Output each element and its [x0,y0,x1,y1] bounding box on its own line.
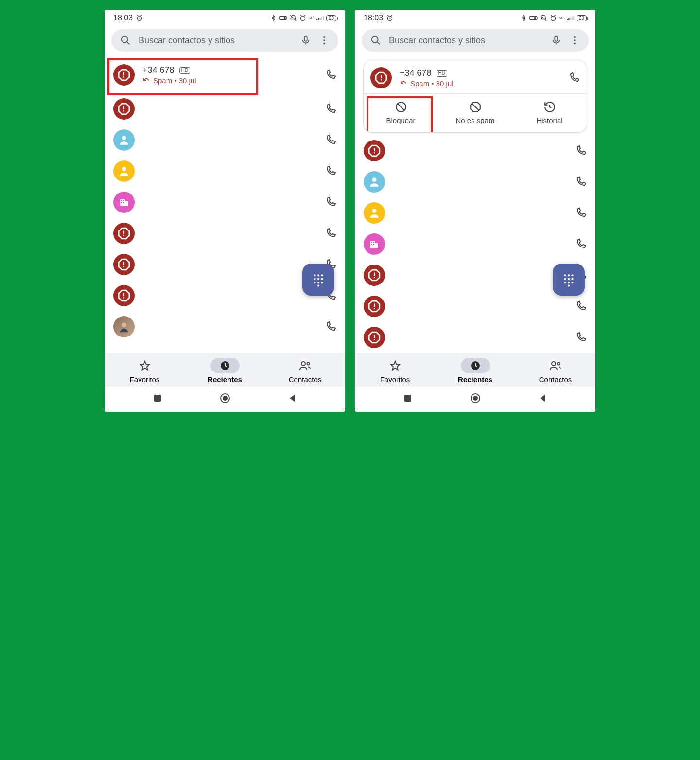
svg-point-38 [321,278,323,280]
action-notspam[interactable]: No es spam [438,94,512,132]
more-icon[interactable] [319,35,330,46]
nav-label: Favoritos [380,375,410,384]
call-row[interactable] [357,322,594,353]
call-row[interactable] [357,135,594,166]
svg-rect-57 [573,16,574,20]
hd-badge: HD [179,67,190,74]
svg-point-85 [564,278,566,280]
call-row[interactable] [106,187,343,218]
dnd-icon [540,14,547,22]
svg-point-9 [122,36,128,43]
call-row[interactable]: +34 678 HD Spam • 30 jul [364,60,587,93]
call-row[interactable] [106,311,343,342]
call-row[interactable] [106,156,343,187]
call-icon[interactable] [325,321,336,333]
recent-apps-button[interactable] [403,393,413,403]
call-icon[interactable] [575,207,587,219]
avatar-person [113,129,135,151]
svg-rect-81 [374,339,375,340]
call-icon[interactable] [325,69,336,81]
star-icon [139,360,151,371]
mic-icon[interactable] [551,35,561,46]
back-button[interactable] [538,393,548,403]
bluetooth-icon [270,15,277,21]
avatar-person [364,171,385,193]
back-button[interactable] [288,393,298,403]
svg-rect-6 [319,18,320,20]
call-icon[interactable] [575,238,587,250]
nav-label: Contactos [539,375,572,384]
action-row: Bloquear No es spam Historial [364,93,587,132]
dialpad-fab[interactable] [302,264,334,296]
dialpad-fab[interactable] [553,264,585,296]
call-icon[interactable] [575,176,587,188]
action-block[interactable]: Bloquear [364,94,438,132]
action-label: Bloquear [386,116,415,124]
svg-point-36 [314,278,315,280]
avatar-spam [113,254,135,275]
home-button[interactable] [219,392,231,404]
status-time: 18:03 [364,14,383,22]
history-icon [543,101,556,113]
call-icon[interactable] [325,165,336,177]
avatar-person [113,160,135,182]
svg-point-91 [568,284,570,286]
recent-apps-button[interactable] [153,393,162,403]
svg-rect-31 [123,297,124,298]
status-time: 18:03 [113,14,133,22]
nav-label: Recientes [208,375,242,384]
net-label: 5G [309,16,315,20]
search-placeholder: Buscar contactos y sitios [389,35,543,46]
nav-contacts[interactable]: Contactos [515,358,595,384]
call-icon[interactable] [325,103,336,115]
call-icon[interactable] [575,145,587,157]
svg-point-2 [283,17,286,19]
contacts-icon [299,360,312,371]
call-icon[interactable] [325,134,336,146]
nav-favorites[interactable]: Favoritos [105,358,185,384]
call-row[interactable]: +34 678 HD Spam • 30 jul [106,56,343,93]
svg-point-58 [372,36,378,43]
search-bar[interactable]: Buscar contactos y sitios [362,29,589,52]
nav-contacts[interactable]: Contactos [265,358,345,384]
action-history[interactable]: Historial [512,94,587,132]
nav-label: Contactos [289,375,322,384]
more-icon[interactable] [569,35,580,46]
call-row[interactable] [357,197,594,229]
svg-rect-25 [123,202,124,203]
search-bar[interactable]: Buscar contactos y sitios [111,29,338,52]
block-icon [395,101,407,113]
svg-rect-75 [373,244,374,245]
svg-rect-56 [571,17,572,20]
call-row[interactable] [106,124,343,156]
missed-icon [400,80,407,88]
call-icon[interactable] [575,332,587,343]
call-icon[interactable] [325,228,336,239]
svg-rect-5 [318,18,319,20]
nav-recents[interactable]: Recientes [185,358,265,384]
call-sub: Spam • 30 jul [410,79,454,88]
call-row[interactable] [357,229,594,260]
svg-rect-76 [374,273,375,276]
signal-icon [316,15,324,21]
call-row[interactable] [357,166,594,197]
call-icon[interactable] [575,300,587,312]
home-button[interactable] [470,392,481,404]
avatar-spam [113,223,135,244]
svg-rect-23 [123,200,124,201]
svg-rect-17 [123,110,124,111]
call-icon[interactable] [568,72,580,84]
avatar-spam [113,64,135,86]
svg-point-11 [323,36,325,38]
svg-point-37 [317,278,319,280]
svg-rect-66 [374,148,375,152]
call-row[interactable] [106,93,343,124]
svg-rect-55 [570,18,571,20]
nav-favorites[interactable]: Favoritos [355,358,435,384]
mic-icon[interactable] [300,35,311,46]
call-icon[interactable] [325,196,336,208]
nav-recents[interactable]: Recientes [435,358,515,384]
svg-rect-8 [323,16,324,20]
call-row[interactable] [357,291,594,322]
call-row[interactable] [106,218,343,249]
